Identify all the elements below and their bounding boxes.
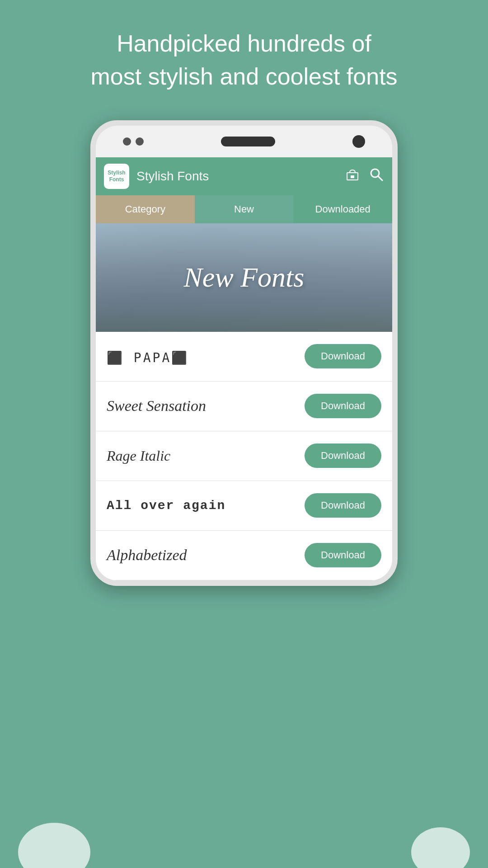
font-preview-rage-italic: Rage Italic: [107, 448, 305, 464]
app-title: Stylish Fonts: [136, 169, 338, 184]
new-fonts-banner: New Fonts: [96, 223, 392, 332]
phone-body: Stylish Fonts Stylish Fonts: [90, 120, 398, 586]
download-button-all-over-again[interactable]: Download: [305, 493, 381, 518]
phone-frame: Stylish Fonts Stylish Fonts: [0, 120, 488, 586]
font-list: ⬛ PAPA⬛ Download Sweet Sensation Downloa…: [96, 332, 392, 580]
font-preview-papa: ⬛ PAPA⬛: [107, 347, 305, 366]
phone-top-bar: [96, 126, 392, 157]
phone-dot-1: [123, 137, 131, 146]
cloud-left: [18, 823, 90, 868]
bottom-decoration: [0, 823, 488, 868]
app-bar-icons: [345, 167, 384, 185]
hero-line2: most stylish and coolest fonts: [90, 63, 397, 90]
phone-dot-2: [136, 137, 144, 146]
banner-title: New Fonts: [184, 261, 305, 293]
download-button-rage-italic[interactable]: Download: [305, 443, 381, 468]
tab-bar: Category New Downloaded: [96, 195, 392, 223]
app-bar: Stylish Fonts Stylish Fonts: [96, 157, 392, 195]
font-item-all-over-again: All over again Download: [96, 481, 392, 531]
tab-category[interactable]: Category: [96, 195, 195, 223]
app-icon: Stylish Fonts: [104, 164, 129, 189]
tab-new[interactable]: New: [195, 195, 294, 223]
font-item-rage-italic: Rage Italic Download: [96, 431, 392, 481]
store-icon[interactable]: [345, 167, 360, 185]
app-screen: Stylish Fonts Stylish Fonts: [96, 157, 392, 580]
phone-speaker: [221, 137, 275, 146]
font-preview-all-over-again: All over again: [107, 499, 305, 513]
hero-line1: Handpicked hundreds of: [117, 30, 371, 57]
svg-line-3: [378, 176, 382, 180]
tab-downloaded[interactable]: Downloaded: [293, 195, 392, 223]
cloud-right: [411, 827, 470, 868]
phone-dots: [123, 137, 144, 146]
download-button-alphabetized[interactable]: Download: [305, 543, 381, 567]
phone-camera: [352, 135, 365, 148]
font-preview-sweet-sensation: Sweet Sensation: [107, 397, 305, 415]
download-button-papa[interactable]: Download: [305, 344, 381, 368]
font-item-sweet-sensation: Sweet Sensation Download: [96, 382, 392, 431]
svg-rect-1: [351, 175, 354, 178]
search-icon[interactable]: [369, 167, 384, 185]
font-preview-alphabetized: Alphabetized: [107, 547, 305, 564]
font-item-alphabetized: Alphabetized Download: [96, 531, 392, 580]
font-item-papa: ⬛ PAPA⬛ Download: [96, 332, 392, 382]
hero-section: Handpicked hundreds of most stylish and …: [0, 0, 488, 111]
download-button-sweet-sensation[interactable]: Download: [305, 394, 381, 418]
